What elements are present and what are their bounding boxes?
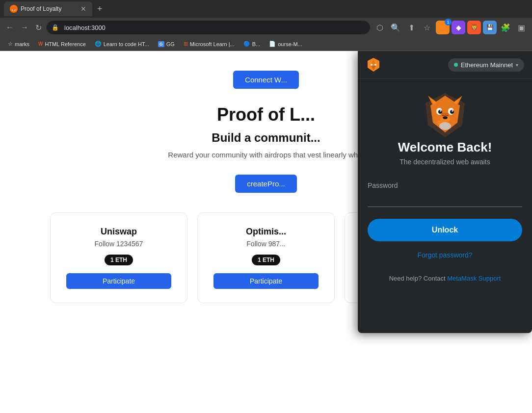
svg-point-18 <box>440 110 441 112</box>
network-status-dot <box>454 63 458 67</box>
metamask-logo <box>366 57 381 73</box>
help-text: Need help? Contact MetaMask Support <box>389 275 501 282</box>
eth-badge-optimism: 1 ETH <box>252 255 280 265</box>
share-icon[interactable]: ⬆ <box>404 21 418 34</box>
metamask-fox-large <box>421 91 470 140</box>
active-tab[interactable]: 🦊 Proof of Loyalty ✕ <box>4 1 92 16</box>
svg-point-21 <box>443 116 448 119</box>
bookmark-b[interactable]: 🔵 B... <box>239 40 265 48</box>
tab-title: Proof of Loyalty <box>21 5 61 12</box>
notification-badge: 1 <box>445 19 452 26</box>
b-icon: 🔵 <box>243 41 250 47</box>
eth-badge-uniswap: 1 ETH <box>105 255 133 265</box>
ms-icon: ⊞ <box>184 41 188 47</box>
world-icon: 🌐 <box>95 41 102 47</box>
browser-chrome: 🦊 Proof of Loyalty ✕ + ← → ↻ 🔒 ⬡ 🔍 ⬆ ☆ <box>0 0 532 51</box>
external-link-icon[interactable]: ⬡ <box>373 21 387 34</box>
card-subtitle-optimism: Follow 987... <box>213 240 319 248</box>
sidebar-icon[interactable]: ▣ <box>514 21 528 34</box>
svg-point-19 <box>452 110 453 112</box>
card-uniswap: Uniswap Follow 1234567 1 ETH Participate <box>50 212 187 303</box>
metamask-diamond-icon[interactable]: ◆ <box>452 21 465 34</box>
create-program-button[interactable]: createPro... <box>235 175 297 193</box>
card-title-uniswap: Uniswap <box>66 227 171 237</box>
metamask-icon-wrapper: 1 <box>436 21 450 34</box>
refresh-button[interactable]: ↻ <box>33 21 44 34</box>
bookmark-microsoft[interactable]: ⊞ Microsoft Learn |... <box>180 40 239 48</box>
participate-button-uniswap[interactable]: Participate <box>66 273 171 289</box>
metamask-popup: Ethereum Mainnet ▾ <box>358 51 532 333</box>
address-bar-row: ← → ↻ 🔒 ⬡ 🔍 ⬆ ☆ 1 ◆ 🦁 💾 🧩 ▣ <box>0 18 532 37</box>
zoom-icon[interactable]: 🔍 <box>389 21 402 34</box>
unlock-button[interactable]: Unlock <box>368 219 522 241</box>
tab-bar: 🦊 Proof of Loyalty ✕ + <box>0 0 532 18</box>
bookmark-learn-code[interactable]: 🌐 Learn to code HT... <box>91 40 153 48</box>
svg-point-4 <box>371 64 372 66</box>
metamask-welcome-title: Welcome Back! <box>398 140 492 155</box>
password-label: Password <box>368 181 522 189</box>
metamask-support-link[interactable]: MetaMask Support <box>447 275 501 282</box>
bookmark-html-reference[interactable]: W HTML Reference <box>34 40 90 48</box>
card-title-optimism: Optimis... <box>213 227 319 237</box>
bookmark-course[interactable]: 📄 ourse-M... <box>265 40 306 48</box>
svg-marker-0 <box>439 24 446 31</box>
password-section: Password <box>368 181 522 219</box>
connect-wallet-button[interactable]: Connect W... <box>233 71 299 89</box>
toolbar-icons: ⬡ 🔍 ⬆ ☆ 1 ◆ 🦁 💾 🧩 ▣ <box>373 21 528 34</box>
brave-icon[interactable]: 🦁 <box>467 21 481 34</box>
address-bar[interactable]: 🔒 <box>47 21 370 34</box>
course-icon: 📄 <box>269 41 276 47</box>
html-icon: W <box>38 41 43 47</box>
bookmark-marks[interactable]: ☆ marks <box>4 40 33 48</box>
svg-point-5 <box>374 64 376 66</box>
forward-button[interactable]: → <box>19 21 30 34</box>
bookmarks-bar: ☆ marks W HTML Reference 🌐 Learn to code… <box>0 37 532 51</box>
svg-point-24 <box>439 122 451 130</box>
password-input[interactable] <box>368 192 522 207</box>
network-name: Ethereum Mainnet <box>461 61 513 69</box>
extensions-icon[interactable]: 🧩 <box>499 21 512 34</box>
address-input[interactable] <box>64 24 352 31</box>
tab-favicon: 🦊 <box>10 5 18 13</box>
metamask-fox-small <box>366 57 381 73</box>
lock-icon: 🔒 <box>52 24 59 31</box>
new-tab-button[interactable]: + <box>94 4 106 14</box>
metamask-tagline: The decentralized web awaits <box>399 158 490 166</box>
bookmark-icon[interactable]: ☆ <box>420 21 434 34</box>
participate-button-optimism[interactable]: Participate <box>213 273 319 289</box>
network-dropdown-arrow: ▾ <box>516 62 518 68</box>
network-selector[interactable]: Ethereum Mainnet ▾ <box>448 58 524 72</box>
save-icon[interactable]: 💾 <box>483 21 497 34</box>
page-content: Connect W... Proof of L... Build a commu… <box>0 51 532 413</box>
card-optimism: Optimis... Follow 987... 1 ETH Participa… <box>197 212 335 303</box>
bookmark-icon: ☆ <box>8 41 13 47</box>
tab-close-button[interactable]: ✕ <box>80 5 86 13</box>
forgot-password-link[interactable]: Forgot password? <box>417 251 472 259</box>
bookmark-gg[interactable]: G GG <box>154 40 179 48</box>
back-button[interactable]: ← <box>4 21 16 34</box>
metamask-header: Ethereum Mainnet ▾ <box>358 51 532 79</box>
gg-icon: G <box>158 41 164 47</box>
card-subtitle-uniswap: Follow 1234567 <box>66 240 171 248</box>
metamask-body: Welcome Back! The decentralized web awai… <box>358 79 532 333</box>
